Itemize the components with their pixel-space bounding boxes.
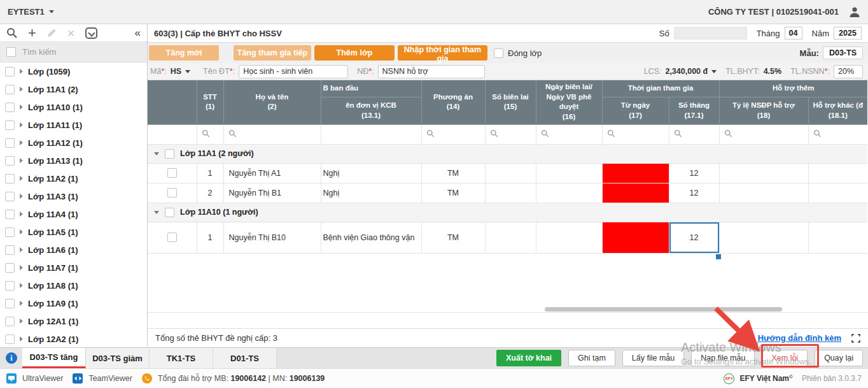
checkbox[interactable]: [5, 263, 15, 273]
ma-select[interactable]: HS: [171, 67, 190, 76]
table-row[interactable]: 1 Nguyễn Thị A1 Nghị TM 12: [148, 163, 867, 183]
checkbox[interactable]: [5, 67, 15, 76]
sidebar-item-lop-11a4[interactable]: Lớp 11A4 (1): [0, 205, 147, 223]
filter-stt[interactable]: [197, 124, 223, 144]
info-icon[interactable]: [6, 352, 17, 364]
nd-input[interactable]: [378, 65, 485, 78]
checkbox[interactable]: [5, 210, 15, 219]
filter-ngay-bien-lai[interactable]: [536, 124, 602, 144]
month-input[interactable]: [785, 27, 802, 40]
cell-phuong-an[interactable]: TM: [421, 222, 485, 253]
nap-file-mau-button[interactable]: Nạp file mẫu: [691, 350, 755, 366]
filter-so-bien-lai[interactable]: [485, 124, 536, 144]
group-row-11a1[interactable]: Lớp 11A1 (2 người): [148, 144, 867, 163]
cell-ty-le[interactable]: [719, 163, 808, 183]
guide-attachment-link[interactable]: Hướng dẫn đính kèm: [758, 333, 841, 343]
checkbox[interactable]: [5, 85, 15, 94]
chevron-right-icon[interactable]: [20, 194, 23, 199]
fill-handle[interactable]: [716, 254, 721, 259]
cell-kcb[interactable]: Nghị: [321, 183, 421, 203]
chevron-right-icon[interactable]: [20, 247, 23, 252]
tab-d01-ts[interactable]: D01-TS: [213, 348, 277, 368]
delete-icon[interactable]: ×: [67, 27, 75, 39]
user-icon[interactable]: [848, 5, 862, 19]
sidebar-item-lop-11a12[interactable]: Lớp 11A12 (1): [0, 134, 147, 152]
table-row[interactable]: 1 Nguyễn Thị B10 Bệnh viện Giao thông vậ…: [148, 222, 867, 253]
sidebar-item-lop-11a9[interactable]: Lớp 11A9 (1): [0, 294, 147, 312]
cell-so-thang-selected[interactable]: 12: [669, 222, 719, 253]
sidebar-item-lop-11a8[interactable]: Lớp 11A8 (1): [0, 277, 147, 294]
cell-phuong-an[interactable]: TM: [421, 163, 485, 183]
sidebar-item-lop-11a13[interactable]: Lớp 11A13 (1): [0, 152, 147, 169]
user-dropdown[interactable]: EYTEST1: [8, 7, 54, 17]
chevron-right-icon[interactable]: [20, 283, 23, 288]
sidebar-item-lop-11a6[interactable]: Lớp 11A6 (1): [0, 241, 147, 259]
dong-lop-toggle[interactable]: Đóng lớp: [494, 48, 542, 58]
them-lop-button[interactable]: Thêm lớp: [314, 45, 395, 61]
cell-name[interactable]: Nguyễn Thị B10: [223, 222, 321, 253]
chevron-right-icon[interactable]: [20, 319, 23, 324]
chevron-right-icon[interactable]: [20, 212, 23, 217]
checkbox[interactable]: [5, 227, 15, 237]
tab-d03-ts-giam[interactable]: D03-TS giảm: [86, 348, 150, 368]
group-row-11a10[interactable]: Lớp 11A10 (1 người): [148, 203, 867, 222]
year-input[interactable]: [834, 27, 862, 40]
tl-nsnn-input[interactable]: [834, 65, 863, 78]
chevron-right-icon[interactable]: [20, 176, 23, 181]
checkbox[interactable]: [5, 138, 15, 148]
tab-tk1-ts[interactable]: TK1-TS: [150, 348, 213, 368]
group-checkbox[interactable]: [165, 149, 174, 159]
chevron-right-icon[interactable]: [20, 87, 23, 92]
chevron-right-icon[interactable]: [20, 158, 23, 163]
filter-ho-tro-khac[interactable]: [808, 124, 867, 144]
chevron-down-icon[interactable]: [154, 211, 159, 214]
tang-tham-gia-tiep-button[interactable]: Tăng tham gia tiếp: [234, 45, 311, 61]
sidebar-item-lop-12a2[interactable]: Lớp 12A2 (1): [0, 330, 147, 347]
sidebar-item-lop-11a3[interactable]: Lớp 11A3 (1): [0, 187, 147, 205]
checkbox[interactable]: [5, 120, 15, 130]
ghi-tam-button[interactable]: Ghi tạm: [568, 350, 615, 366]
xuat-to-khai-button[interactable]: Xuất tờ khai: [496, 350, 561, 366]
cell-ho-tro-khac[interactable]: [808, 183, 867, 203]
checkbox[interactable]: [5, 334, 15, 344]
group-checkbox[interactable]: [165, 208, 174, 217]
checkbox[interactable]: [5, 174, 15, 183]
tab-d03-ts-tang[interactable]: D03-TS tăng: [22, 348, 86, 368]
cell-so-thang[interactable]: 12: [669, 163, 719, 183]
cell-name[interactable]: Nguyễn Thị A1: [223, 163, 321, 183]
lay-file-mau-button[interactable]: Lấy file mẫu: [622, 350, 684, 366]
filter-ho-va-ten[interactable]: [223, 124, 321, 144]
sidebar-item-lop-11a2[interactable]: Lớp 11A2 (1): [0, 169, 147, 187]
checkbox[interactable]: [5, 299, 15, 308]
quay-lai-button[interactable]: Quay lại: [815, 350, 863, 366]
chevron-right-icon[interactable]: [20, 69, 23, 74]
sidebar-item-lop[interactable]: Lớp (1059): [0, 62, 147, 80]
row-checkbox[interactable]: [167, 188, 177, 198]
filter-phuong-an[interactable]: [421, 124, 485, 144]
cell-tu-ngay-error[interactable]: [602, 183, 669, 203]
chevron-right-icon[interactable]: [20, 104, 23, 110]
cell-so-bien-lai[interactable]: [485, 183, 536, 203]
ten-dt-input[interactable]: [239, 65, 348, 78]
select-all-checkbox[interactable]: [6, 47, 16, 57]
chevron-right-icon[interactable]: [20, 265, 23, 270]
sidebar-item-lop-11a10[interactable]: Lớp 11A10 (1): [0, 98, 147, 116]
cell-kcb[interactable]: Bệnh viện Giao thông vận: [321, 222, 421, 253]
sidebar-item-lop-11a11[interactable]: Lớp 11A11 (1): [0, 116, 147, 134]
cell-ngay-bien-lai[interactable]: [536, 163, 602, 183]
sidebar-item-lop-11a7[interactable]: Lớp 11A7 (1): [0, 259, 147, 277]
cell-phuong-an[interactable]: TM: [421, 183, 485, 203]
sidebar-item-lop-12a1[interactable]: Lớp 12A1 (1): [0, 312, 147, 330]
cell-ho-tro-khac[interactable]: [808, 222, 867, 253]
filter-kcb[interactable]: [321, 124, 421, 144]
tang-moi-button[interactable]: Tăng mới: [149, 45, 219, 61]
chevron-down-icon[interactable]: [154, 152, 159, 155]
checkbox[interactable]: [5, 103, 15, 112]
cell-ho-tro-khac[interactable]: [808, 163, 867, 183]
checkbox[interactable]: [5, 317, 15, 326]
fullscreen-icon[interactable]: [851, 334, 860, 343]
dong-lop-checkbox[interactable]: [494, 48, 503, 58]
chevron-right-icon[interactable]: [20, 301, 23, 306]
lcs-value[interactable]: 2,340,000 đ: [665, 67, 717, 76]
search-icon[interactable]: [6, 27, 18, 39]
